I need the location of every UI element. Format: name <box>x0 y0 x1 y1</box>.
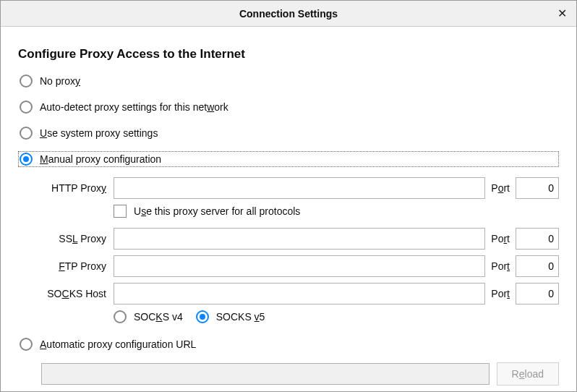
radio-auto-url-label: Automatic proxy configuration URL <box>40 338 196 350</box>
ssl-proxy-label: SSL Proxy <box>41 233 114 244</box>
ssl-proxy-input[interactable] <box>114 228 485 250</box>
socks-host-input[interactable] <box>114 283 485 304</box>
ftp-port-label: Port <box>485 260 516 272</box>
radio-auto-detect-row[interactable]: Auto-detect proxy settings for this netw… <box>18 99 559 115</box>
reload-button[interactable]: Reload <box>497 362 559 385</box>
content-area: Configure Proxy Access to the Internet N… <box>1 27 576 392</box>
radio-auto-url-row[interactable]: Automatic proxy configuration URL <box>18 336 559 352</box>
radio-no-proxy-row[interactable]: No proxy <box>18 73 559 89</box>
socks-v5-label: SOCKS v5 <box>216 311 265 323</box>
socks-v5-option[interactable]: SOCKS v5 <box>196 310 265 323</box>
radio-manual-label: Manual proxy configuration <box>40 153 161 165</box>
ssl-port-input[interactable] <box>516 228 559 250</box>
socks-port-label: Port <box>485 288 516 299</box>
ftp-proxy-input[interactable] <box>114 255 485 277</box>
socks-v4-option[interactable]: SOCKS v4 <box>114 310 183 323</box>
http-proxy-row: HTTP Proxy Port <box>41 177 559 199</box>
radio-no-proxy-label: No proxy <box>40 75 80 87</box>
radio-socks-v4[interactable] <box>114 310 127 323</box>
close-icon: ✕ <box>557 7 567 20</box>
section-heading: Configure Proxy Access to the Internet <box>18 47 559 61</box>
ssl-port-label: Port <box>485 233 516 244</box>
socks-version-row: SOCKS v4 SOCKS v5 <box>114 310 559 323</box>
http-proxy-input[interactable] <box>114 177 485 199</box>
ftp-proxy-label: FTP Proxy <box>41 260 114 272</box>
radio-manual[interactable] <box>20 153 33 166</box>
radio-system[interactable] <box>20 127 33 140</box>
radio-socks-v5[interactable] <box>196 310 209 323</box>
radio-auto-detect[interactable] <box>20 101 33 114</box>
dialog-title: Connection Settings <box>239 8 338 20</box>
socks-v4-label: SOCKS v4 <box>134 311 183 323</box>
auto-url-input-row: Reload <box>41 362 559 385</box>
http-port-input[interactable] <box>516 177 559 199</box>
radio-system-label: Use system proxy settings <box>40 127 158 139</box>
radio-system-row[interactable]: Use system proxy settings <box>18 125 559 141</box>
radio-manual-row[interactable]: Manual proxy configuration <box>18 151 559 167</box>
socks-host-label: SOCKS Host <box>41 288 114 299</box>
auto-url-input[interactable] <box>41 363 490 385</box>
ssl-proxy-row: SSL Proxy Port <box>41 228 559 250</box>
proxy-grid: HTTP Proxy Port Use this proxy server fo… <box>41 177 559 323</box>
http-port-label: Port <box>485 182 516 194</box>
http-proxy-label: HTTP Proxy <box>41 182 114 194</box>
close-button[interactable]: ✕ <box>555 7 569 21</box>
use-all-protocols-label: Use this proxy server for all protocols <box>134 205 300 217</box>
socks-host-row: SOCKS Host Port <box>41 283 559 304</box>
titlebar: Connection Settings ✕ <box>1 1 576 27</box>
ftp-proxy-row: FTP Proxy Port <box>41 255 559 277</box>
ftp-port-input[interactable] <box>516 255 559 277</box>
use-all-protocols-checkbox[interactable] <box>114 205 127 218</box>
use-all-protocols-row[interactable]: Use this proxy server for all protocols <box>114 205 559 218</box>
radio-no-proxy[interactable] <box>20 74 33 88</box>
socks-port-input[interactable] <box>516 283 559 304</box>
radio-auto-url[interactable] <box>20 338 33 351</box>
radio-auto-detect-label: Auto-detect proxy settings for this netw… <box>40 101 228 113</box>
